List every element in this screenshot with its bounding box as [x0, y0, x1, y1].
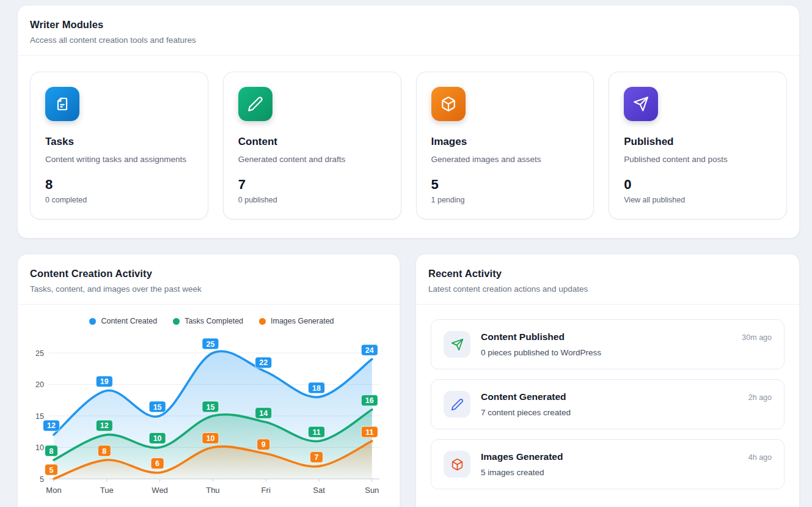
- recent-activity-title: Recent Activity: [428, 268, 787, 279]
- svg-text:8: 8: [102, 447, 106, 456]
- module-title: Published: [624, 136, 772, 148]
- cube-icon: [444, 451, 470, 478]
- module-title: Content: [238, 136, 386, 148]
- svg-text:9: 9: [262, 440, 266, 449]
- svg-text:5: 5: [40, 475, 44, 484]
- activity-line-chart: 510152025MonTueWedThuFriSatSun 12 19 15 …: [24, 337, 399, 497]
- pencil-icon: [444, 391, 470, 418]
- activity-list: Content Published 30m ago 0 pieces publi…: [416, 305, 799, 504]
- svg-text:12: 12: [47, 421, 56, 430]
- svg-text:10: 10: [153, 434, 162, 443]
- legend-dot-green: [173, 318, 180, 325]
- svg-text:6: 6: [155, 459, 159, 468]
- svg-text:Thu: Thu: [206, 486, 219, 495]
- svg-text:5: 5: [49, 466, 54, 475]
- svg-text:Sun: Sun: [365, 486, 379, 495]
- activity-item-title: Content Published: [481, 331, 565, 342]
- module-title: Tasks: [45, 136, 193, 148]
- writer-modules-panel: Writer Modules Access all content creati…: [17, 5, 800, 239]
- module-card-published[interactable]: Published Published content and posts 0 …: [609, 72, 787, 220]
- cube-icon: [431, 87, 466, 121]
- svg-text:8: 8: [49, 447, 54, 456]
- svg-text:20: 20: [35, 380, 44, 389]
- activity-item-title: Content Generated: [481, 391, 566, 402]
- recent-activity-subtitle: Latest content creation actions and upda…: [428, 284, 787, 294]
- legend-item-content-created[interactable]: Content Created: [89, 317, 157, 325]
- recent-activity-panel: Recent Activity Latest content creation …: [415, 254, 800, 507]
- activity-item-description: 0 pieces published to WordPress: [481, 348, 772, 357]
- svg-text:11: 11: [365, 428, 373, 437]
- svg-text:24: 24: [365, 346, 374, 355]
- module-card-tasks[interactable]: Tasks Content writing tasks and assignme…: [30, 72, 208, 220]
- activity-item-time: 30m ago: [742, 333, 772, 342]
- svg-text:Mon: Mon: [46, 486, 61, 495]
- svg-text:16: 16: [365, 396, 374, 405]
- send-icon: [624, 87, 658, 121]
- svg-text:25: 25: [35, 349, 44, 358]
- send-icon: [444, 331, 470, 358]
- legend-label: Content Created: [101, 317, 157, 325]
- chart-content: Content Created Tasks Completed Images G…: [18, 315, 400, 497]
- svg-text:Sat: Sat: [313, 486, 325, 495]
- svg-text:7: 7: [315, 453, 319, 462]
- svg-text:22: 22: [259, 358, 268, 367]
- module-description: Content writing tasks and assignments: [45, 155, 193, 164]
- svg-text:11: 11: [312, 428, 320, 437]
- svg-text:18: 18: [312, 384, 321, 393]
- legend-dot-orange: [259, 318, 266, 325]
- recent-activity-header: Recent Activity Latest content creation …: [416, 254, 799, 305]
- module-description: Published content and posts: [624, 155, 772, 164]
- activity-item-images-generated[interactable]: Images Generated 4h ago 5 images created: [431, 439, 785, 489]
- legend-label: Images Generated: [271, 317, 334, 325]
- module-card-content[interactable]: Content Generated content and drafts 7 0…: [223, 72, 401, 220]
- svg-text:15: 15: [35, 412, 44, 421]
- activity-item-time: 4h ago: [748, 453, 772, 462]
- legend-item-images-generated[interactable]: Images Generated: [259, 317, 334, 325]
- chart-panel-subtitle: Tasks, content, and images over the past…: [30, 284, 387, 294]
- module-title: Images: [431, 136, 579, 148]
- svg-text:Wed: Wed: [152, 486, 168, 495]
- module-stat-value: 5: [431, 177, 579, 193]
- chart-legend: Content Created Tasks Completed Images G…: [24, 315, 400, 327]
- file-icon: [45, 87, 79, 121]
- module-card-images[interactable]: Images Generated images and assets 5 1 p…: [416, 72, 594, 220]
- module-substat: 0 published: [238, 196, 386, 204]
- module-description: Generated images and assets: [431, 155, 579, 164]
- svg-text:Tue: Tue: [100, 486, 114, 495]
- legend-label: Tasks Completed: [185, 317, 243, 325]
- svg-text:19: 19: [100, 377, 109, 386]
- svg-text:25: 25: [206, 340, 214, 349]
- svg-text:10: 10: [35, 443, 44, 452]
- module-substat: View all published: [624, 196, 772, 204]
- svg-text:Fri: Fri: [262, 486, 271, 495]
- pencil-icon: [238, 87, 272, 121]
- svg-text:15: 15: [153, 403, 162, 412]
- page-title: Writer Modules: [30, 19, 787, 31]
- module-stat-value: 8: [45, 177, 193, 193]
- activity-item-content-published[interactable]: Content Published 30m ago 0 pieces publi…: [431, 319, 785, 369]
- page-subtitle: Access all content creation tools and fe…: [30, 35, 787, 45]
- chart-panel-title: Content Creation Activity: [30, 268, 387, 279]
- module-stat-value: 7: [238, 177, 386, 193]
- module-stat-value: 0: [624, 177, 772, 193]
- module-substat: 1 pending: [431, 196, 579, 204]
- chart-panel-header: Content Creation Activity Tasks, content…: [18, 254, 400, 305]
- svg-text:10: 10: [206, 434, 214, 443]
- svg-text:12: 12: [100, 421, 109, 430]
- activity-item-content-generated[interactable]: Content Generated 2h ago 7 content piece…: [431, 379, 785, 429]
- svg-text:15: 15: [206, 403, 214, 412]
- activity-item-title: Images Generated: [481, 451, 563, 462]
- activity-item-description: 5 images created: [481, 468, 772, 477]
- writer-modules-header: Writer Modules Access all content creati…: [18, 6, 799, 56]
- module-substat: 0 completed: [45, 196, 193, 204]
- content-creation-activity-panel: Content Creation Activity Tasks, content…: [17, 254, 400, 507]
- activity-item-description: 7 content pieces created: [481, 408, 772, 417]
- legend-item-tasks-completed[interactable]: Tasks Completed: [173, 317, 243, 325]
- svg-text:14: 14: [259, 409, 268, 418]
- activity-item-time: 2h ago: [748, 393, 772, 402]
- modules-row: Tasks Content writing tasks and assignme…: [18, 56, 799, 235]
- legend-dot-blue: [89, 318, 96, 325]
- module-description: Generated content and drafts: [238, 155, 386, 164]
